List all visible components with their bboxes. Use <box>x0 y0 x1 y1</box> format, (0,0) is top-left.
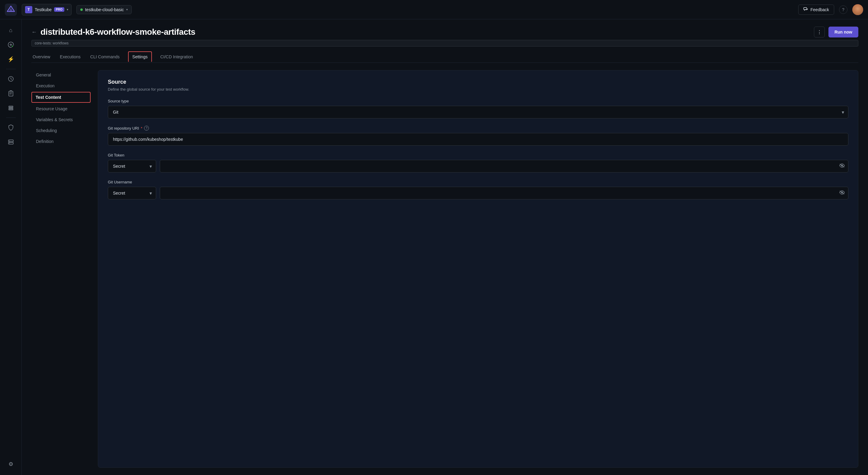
git-username-toggle-visibility-button[interactable] <box>839 190 845 196</box>
git-token-value-input[interactable] <box>160 160 848 173</box>
settings-layout: General Execution Test Content Resource … <box>31 70 858 468</box>
back-button[interactable]: ← <box>31 29 37 35</box>
git-uri-label: Git repository URI * ? <box>108 126 848 130</box>
source-type-select[interactable]: Git File String <box>108 106 848 118</box>
org-avatar: T <box>25 6 32 13</box>
svg-rect-8 <box>9 106 13 107</box>
org-name: Testkube <box>35 7 52 12</box>
settings-nav-variables-secrets[interactable]: Variables & Secrets <box>31 115 91 124</box>
git-username-type-select-wrapper: Secret Plain text ▾ <box>108 187 156 200</box>
git-uri-input[interactable] <box>108 133 848 146</box>
git-token-label: Git Token <box>108 153 848 157</box>
git-username-row: Secret Plain text ▾ <box>108 187 848 200</box>
settings-nav-scheduling[interactable]: Scheduling <box>31 126 91 136</box>
git-username-type-wrapper: Secret Plain text ▾ <box>108 187 156 200</box>
sidebar-item-chart[interactable] <box>5 73 17 85</box>
tag-badge: core-tests: workflows <box>31 40 858 47</box>
svg-point-14 <box>9 143 10 144</box>
run-now-button[interactable]: Run now <box>829 27 858 37</box>
pro-badge: PRO <box>54 7 64 12</box>
feedback-button[interactable]: Feedback <box>798 4 834 15</box>
sidebar-item-lightning[interactable]: ⚡ <box>5 53 17 65</box>
git-username-value-input[interactable] <box>160 187 848 200</box>
page-title: distributed-k6-workflow-smoke-artifacts <box>40 27 195 37</box>
feedback-icon <box>803 7 808 12</box>
sidebar: ⌂ ⚡ <box>0 19 22 475</box>
git-uri-info-icon[interactable]: ? <box>144 126 149 130</box>
tab-cli-commands[interactable]: CLI Commands <box>89 51 121 63</box>
git-uri-required: * <box>141 126 142 130</box>
svg-rect-9 <box>9 108 13 109</box>
svg-rect-7 <box>9 91 13 96</box>
page-title-section: ← distributed-k6-workflow-smoke-artifact… <box>31 27 195 37</box>
env-chevron-icon: ▾ <box>126 8 128 11</box>
tabs: Overview Executions CLI Commands Setting… <box>31 51 858 63</box>
app-logo[interactable] <box>5 4 17 16</box>
content-area: ← distributed-k6-workflow-smoke-artifact… <box>22 19 868 475</box>
git-token-row: Secret Plain text ▾ <box>108 160 848 173</box>
settings-nav-execution[interactable]: Execution <box>31 81 91 91</box>
git-token-group: Git Token Secret Plain text ▾ <box>108 153 848 173</box>
settings-nav-definition[interactable]: Definition <box>31 137 91 146</box>
top-header: T Testkube PRO ▾ testkube-cloud-basic ▾ … <box>0 0 868 19</box>
org-selector[interactable]: T Testkube PRO ▾ <box>22 4 71 16</box>
git-username-value-wrapper <box>160 187 848 200</box>
svg-rect-12 <box>8 142 13 144</box>
sidebar-item-add-test[interactable] <box>5 39 17 51</box>
git-token-value-wrapper <box>160 160 848 173</box>
page-header-actions: ⋮ Run now <box>814 27 858 37</box>
tab-overview[interactable]: Overview <box>31 51 51 63</box>
sidebar-item-home[interactable]: ⌂ <box>5 24 17 36</box>
svg-rect-10 <box>9 109 13 110</box>
page-header: ← distributed-k6-workflow-smoke-artifact… <box>31 27 858 37</box>
settings-nav-general[interactable]: General <box>31 70 91 80</box>
tab-cicd[interactable]: CI/CD Integration <box>159 51 194 63</box>
env-status-dot <box>80 8 83 11</box>
settings-nav-resource-usage[interactable]: Resource Usage <box>31 104 91 114</box>
sidebar-item-layers[interactable] <box>5 102 17 114</box>
more-options-button[interactable]: ⋮ <box>814 27 825 37</box>
settings-sidebar: General Execution Test Content Resource … <box>31 70 98 468</box>
sidebar-divider-1 <box>6 69 16 69</box>
svg-rect-3 <box>804 7 807 10</box>
git-username-group: Git Username Secret Plain text ▾ <box>108 180 848 200</box>
git-username-type-select[interactable]: Secret Plain text <box>108 187 156 200</box>
source-type-group: Source type Git File String ▾ <box>108 99 848 118</box>
user-avatar[interactable] <box>852 4 863 15</box>
source-section-description: Define the global source for your test w… <box>108 87 848 92</box>
tab-executions[interactable]: Executions <box>59 51 82 63</box>
source-section-title: Source <box>108 79 848 85</box>
org-chevron-icon: ▾ <box>67 8 68 11</box>
git-token-toggle-visibility-button[interactable] <box>839 164 845 169</box>
git-token-type-select[interactable]: Secret Plain text <box>108 160 156 173</box>
main-layout: ⌂ ⚡ <box>0 19 868 475</box>
svg-rect-11 <box>8 140 13 142</box>
source-type-select-wrapper: Git File String ▾ <box>108 106 848 118</box>
sidebar-item-server[interactable] <box>5 136 17 148</box>
sidebar-bottom: ⚙ <box>5 458 17 470</box>
sidebar-item-shield[interactable] <box>5 121 17 133</box>
sidebar-item-settings[interactable]: ⚙ <box>5 458 17 470</box>
env-selector[interactable]: testkube-cloud-basic ▾ <box>76 5 132 14</box>
help-button[interactable]: ? <box>839 5 847 14</box>
settings-nav-test-content[interactable]: Test Content <box>31 92 91 103</box>
source-type-label: Source type <box>108 99 848 103</box>
env-name: testkube-cloud-basic <box>85 7 124 12</box>
settings-content-panel: Source Define the global source for your… <box>98 70 858 468</box>
git-token-type-wrapper: Secret Plain text ▾ <box>108 160 156 173</box>
git-uri-group: Git repository URI * ? <box>108 126 848 146</box>
svg-point-13 <box>9 141 10 141</box>
git-username-label: Git Username <box>108 180 848 184</box>
sidebar-item-clipboard[interactable] <box>5 87 17 99</box>
sidebar-divider-2 <box>6 118 16 118</box>
tab-settings[interactable]: Settings <box>128 51 152 62</box>
git-token-type-select-wrapper: Secret Plain text ▾ <box>108 160 156 173</box>
